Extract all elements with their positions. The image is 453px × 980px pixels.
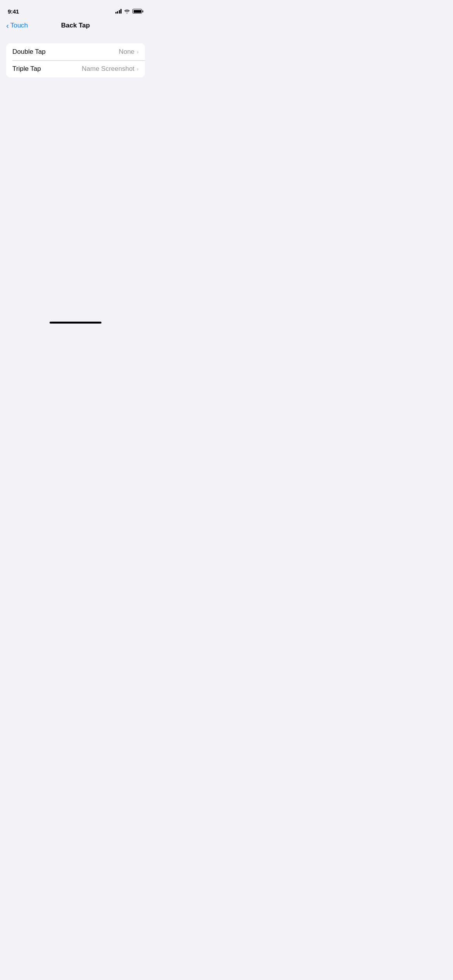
nav-bar: ‹ Touch Back Tap bbox=[0, 17, 151, 34]
double-tap-chevron-icon: › bbox=[137, 49, 139, 55]
back-label: Touch bbox=[10, 22, 28, 29]
status-bar: 9:41 bbox=[0, 0, 151, 17]
status-time: 9:41 bbox=[8, 8, 19, 15]
wifi-icon bbox=[124, 9, 130, 14]
triple-tap-label: Triple Tap bbox=[12, 65, 41, 73]
status-icons bbox=[115, 9, 144, 14]
double-tap-right: None › bbox=[119, 48, 139, 56]
double-tap-value: None bbox=[119, 48, 135, 56]
signal-icon bbox=[115, 9, 122, 14]
settings-group: Double Tap None › Triple Tap Name Screen… bbox=[6, 43, 145, 77]
main-content: Double Tap None › Triple Tap Name Screen… bbox=[0, 37, 151, 77]
double-tap-label: Double Tap bbox=[12, 48, 46, 56]
home-indicator bbox=[50, 322, 101, 324]
back-button[interactable]: ‹ Touch bbox=[6, 22, 28, 29]
triple-tap-value: Name Screenshot bbox=[82, 65, 134, 73]
battery-icon bbox=[132, 9, 143, 14]
double-tap-row[interactable]: Double Tap None › bbox=[6, 43, 145, 60]
triple-tap-row[interactable]: Triple Tap Name Screenshot › bbox=[6, 60, 145, 77]
triple-tap-chevron-icon: › bbox=[137, 66, 139, 72]
page-title: Back Tap bbox=[61, 22, 90, 29]
chevron-left-icon: ‹ bbox=[6, 22, 9, 29]
triple-tap-right: Name Screenshot › bbox=[82, 65, 139, 73]
